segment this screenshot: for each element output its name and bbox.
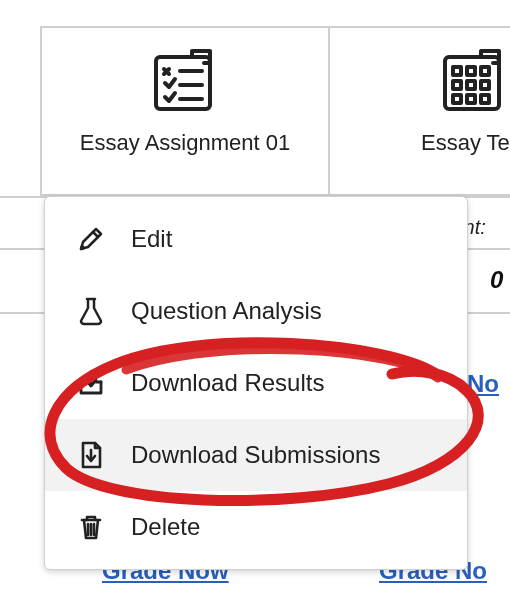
- menu-item-download-results[interactable]: Download Results: [45, 347, 467, 419]
- svg-rect-11: [453, 95, 461, 103]
- grid-sheet-icon: [439, 46, 509, 116]
- column-essay-assignment[interactable]: Essay Assignment 01: [40, 26, 330, 196]
- pencil-icon: [69, 224, 113, 254]
- checklist-icon: [150, 46, 220, 116]
- svg-rect-13: [481, 95, 489, 103]
- menu-item-label: Edit: [131, 225, 172, 253]
- context-menu: Edit Question Analysis Download Results: [44, 196, 468, 570]
- column-title: Essay Assignment 01: [42, 130, 328, 156]
- svg-rect-5: [453, 67, 461, 75]
- menu-item-question-analysis[interactable]: Question Analysis: [45, 275, 467, 347]
- menu-item-delete[interactable]: Delete: [45, 491, 467, 563]
- download-page-icon: [69, 440, 113, 470]
- svg-rect-12: [467, 95, 475, 103]
- value-zero: 0: [490, 266, 503, 294]
- menu-item-label: Delete: [131, 513, 200, 541]
- flask-icon: [69, 296, 113, 326]
- trash-icon: [69, 512, 113, 542]
- column-title: Essay Test: [330, 130, 510, 156]
- menu-item-label: Download Submissions: [131, 441, 380, 469]
- svg-rect-7: [481, 67, 489, 75]
- svg-rect-8: [453, 81, 461, 89]
- column-essay-test[interactable]: Essay Test: [330, 26, 510, 196]
- download-box-icon: [69, 368, 113, 398]
- menu-item-edit[interactable]: Edit: [45, 203, 467, 275]
- menu-item-label: Download Results: [131, 369, 324, 397]
- svg-rect-10: [481, 81, 489, 89]
- svg-rect-9: [467, 81, 475, 89]
- menu-item-download-submissions[interactable]: Download Submissions: [45, 419, 467, 491]
- menu-item-label: Question Analysis: [131, 297, 322, 325]
- svg-rect-6: [467, 67, 475, 75]
